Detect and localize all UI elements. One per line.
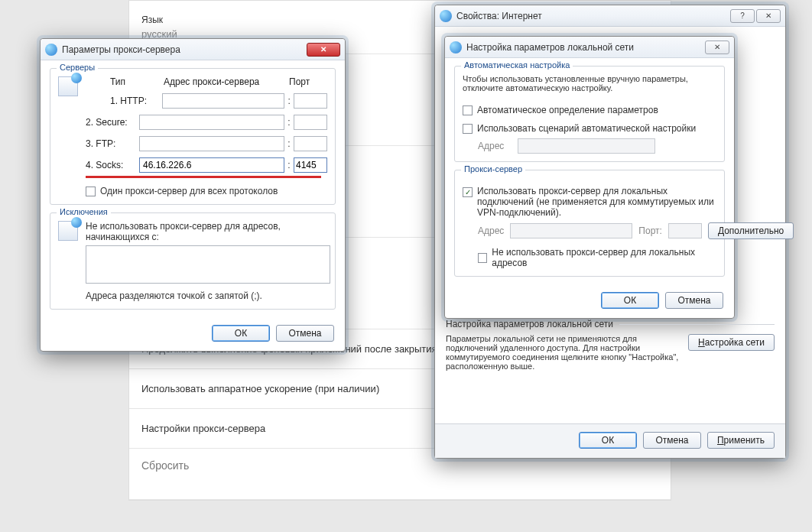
exclusions-hint: Адреса разделяются точкой с запятой (;). bbox=[86, 290, 327, 301]
row-secure: 2. Secure: : bbox=[58, 115, 327, 130]
cancel-button[interactable]: Отмена bbox=[276, 325, 334, 342]
auto-script-label: Использовать сценарий автоматической нас… bbox=[477, 123, 696, 134]
script-address-row: Адрес bbox=[478, 138, 716, 154]
colon: : bbox=[284, 138, 294, 149]
script-address-label: Адрес bbox=[478, 141, 512, 151]
globe-icon bbox=[45, 44, 57, 56]
titlebar[interactable]: Настройка параметров локальной сети ✕ bbox=[445, 37, 734, 58]
one-proxy-checkbox[interactable] bbox=[86, 187, 96, 196]
close-icon[interactable]: ✕ bbox=[307, 43, 340, 57]
label-secure: 2. Secure: bbox=[86, 117, 139, 128]
proxy-server-title: Прокси-сервер bbox=[461, 164, 525, 174]
auto-config-title: Автоматическая настройка bbox=[461, 60, 573, 70]
proxy-server-group: Прокси-сервер Использовать прокси-сервер… bbox=[454, 170, 725, 277]
globe-icon bbox=[450, 41, 462, 54]
socks-port-input[interactable] bbox=[294, 157, 327, 173]
label-http: 1. HTTP: bbox=[110, 96, 162, 106]
close-icon[interactable]: ✕ bbox=[756, 9, 781, 23]
auto-detect-row: Автоматическое определение параметров bbox=[463, 105, 716, 115]
auto-detect-label: Автоматическое определение параметров bbox=[477, 105, 658, 115]
ok-button[interactable]: ОК bbox=[212, 325, 270, 342]
one-proxy-row: Один прокси-сервер для всех протоколов bbox=[86, 186, 327, 196]
globe-icon bbox=[440, 10, 452, 22]
cancel-button[interactable]: Отмена bbox=[643, 432, 701, 449]
exclusions-group-title: Исключения bbox=[57, 207, 111, 216]
label-ftp: 3. FTP: bbox=[86, 138, 139, 149]
use-proxy-label: Использовать прокси-сервер для локальных… bbox=[477, 186, 716, 218]
ok-button[interactable]: ОК bbox=[601, 292, 659, 309]
exclusions-note: Не использовать прокси-сервер для адресо… bbox=[86, 221, 327, 242]
bypass-local-row: Не использовать прокси-сервер для локаль… bbox=[478, 247, 716, 268]
lan-section-separator: Настройка параметров локальной сети bbox=[446, 319, 775, 329]
exclusions-textarea[interactable] bbox=[86, 245, 330, 284]
lan-section-title: Настройка параметров локальной сети bbox=[446, 319, 613, 329]
secure-port-input[interactable] bbox=[294, 115, 327, 130]
row-socks: 4. Socks: : bbox=[58, 157, 327, 173]
proxy-address-row: Адрес Порт: Дополнительно bbox=[478, 222, 716, 239]
proxy-port-input bbox=[668, 223, 702, 238]
hdr-port: Порт bbox=[289, 76, 327, 87]
row-ftp: 3. FTP: : bbox=[58, 136, 327, 151]
network-icon bbox=[58, 76, 78, 96]
window-title: Параметры прокси-сервера bbox=[62, 44, 307, 55]
window-title: Свойства: Интернет bbox=[456, 11, 730, 21]
highlight-line bbox=[86, 176, 321, 178]
auto-detect-checkbox[interactable] bbox=[463, 105, 473, 115]
cancel-button[interactable]: Отмена bbox=[665, 292, 723, 309]
auto-config-note: Чтобы использовать установленные вручную… bbox=[463, 74, 716, 97]
lan-section-body: Параметры локальной сети не применяются … bbox=[435, 329, 785, 371]
ftp-port-input[interactable] bbox=[294, 136, 327, 151]
use-proxy-row: Использовать прокси-сервер для локальных… bbox=[463, 186, 716, 218]
network-icon bbox=[58, 221, 78, 241]
bg-row-spacer-4 bbox=[129, 472, 671, 500]
label-socks: 4. Socks: bbox=[86, 160, 139, 170]
separator-line bbox=[619, 324, 775, 325]
proxy-address-label: Адрес bbox=[478, 225, 504, 236]
titlebar[interactable]: Параметры прокси-сервера ✕ bbox=[41, 39, 345, 60]
bypass-local-label: Не использовать прокси-сервер для локаль… bbox=[492, 247, 716, 268]
secure-address-input[interactable] bbox=[139, 115, 284, 130]
proxy-settings-window: Параметры прокси-сервера ✕ Серверы Тип А… bbox=[40, 38, 346, 352]
apply-button[interactable]: Применить bbox=[707, 432, 775, 449]
lan-section-desc: Параметры локальной сети не применяются … bbox=[446, 334, 679, 371]
row-http: 1. HTTP: : bbox=[83, 93, 327, 109]
script-address-input bbox=[518, 138, 655, 154]
servers-group: Серверы Тип Адрес прокси-сервера Порт 1.… bbox=[50, 68, 336, 205]
colon: : bbox=[284, 160, 294, 170]
hdr-addr: Адрес прокси-сервера bbox=[164, 76, 289, 87]
colon: : bbox=[284, 96, 294, 106]
ftp-address-input[interactable] bbox=[139, 136, 284, 151]
colon: : bbox=[284, 117, 294, 128]
help-icon[interactable]: ? bbox=[730, 9, 755, 23]
servers-header-row: Тип Адрес прокси-сервера Порт bbox=[83, 76, 327, 87]
proxy-address-input bbox=[510, 223, 632, 238]
one-proxy-label: Один прокси-сервер для всех протоколов bbox=[100, 186, 278, 196]
hdr-type: Тип bbox=[110, 76, 164, 87]
inet-button-bar: ОК Отмена Применить bbox=[435, 423, 785, 458]
auto-script-row: Использовать сценарий автоматической нас… bbox=[463, 123, 716, 134]
titlebar[interactable]: Свойства: Интернет ? ✕ bbox=[435, 5, 785, 27]
advanced-button[interactable]: Дополнительно bbox=[708, 222, 794, 239]
use-proxy-checkbox[interactable] bbox=[463, 187, 473, 197]
proxy-port-label: Порт: bbox=[638, 225, 662, 236]
internet-properties-window: Свойства: Интернет ? ✕ Настройка парамет… bbox=[434, 5, 786, 459]
servers-group-title: Серверы bbox=[57, 63, 98, 72]
lan-settings-button[interactable]: Настройка сети bbox=[688, 334, 775, 351]
auto-config-group: Автоматическая настройка Чтобы использов… bbox=[454, 66, 725, 162]
http-address-input[interactable] bbox=[162, 93, 284, 109]
http-port-input[interactable] bbox=[294, 93, 327, 109]
exclusions-group: Исключения Не использовать прокси-сервер… bbox=[50, 212, 336, 310]
close-icon[interactable]: ✕ bbox=[705, 41, 729, 54]
lan-settings-window: Настройка параметров локальной сети ✕ Ав… bbox=[444, 36, 735, 319]
proxy-button-bar: ОК Отмена bbox=[41, 317, 345, 351]
bypass-local-checkbox[interactable] bbox=[478, 253, 487, 263]
auto-script-checkbox[interactable] bbox=[463, 124, 473, 134]
window-title: Настройка параметров локальной сети bbox=[466, 42, 705, 53]
ok-button[interactable]: ОК bbox=[579, 432, 637, 449]
socks-address-input[interactable] bbox=[139, 157, 284, 173]
